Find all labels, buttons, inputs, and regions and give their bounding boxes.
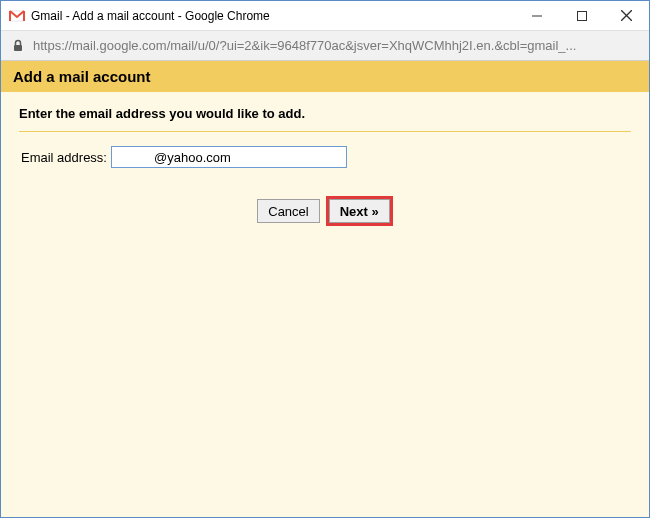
lock-icon [11,39,25,53]
window-controls [514,1,649,30]
url-text[interactable]: https://mail.google.com/mail/u/0/?ui=2&i… [33,38,576,53]
form-area: Enter the email address you would like t… [1,92,649,240]
page-content: Add a mail account Enter the email addre… [1,61,649,517]
divider [19,131,631,132]
gmail-icon [9,8,25,24]
email-input[interactable] [111,146,347,168]
next-button[interactable]: Next » [329,199,390,223]
window-title: Gmail - Add a mail account - Google Chro… [31,9,514,23]
svg-rect-5 [14,45,22,51]
page-header: Add a mail account [1,61,649,92]
minimize-button[interactable] [514,1,559,30]
svg-rect-2 [577,11,586,20]
address-bar: https://mail.google.com/mail/u/0/?ui=2&i… [1,31,649,61]
cancel-button[interactable]: Cancel [257,199,319,223]
close-button[interactable] [604,1,649,30]
browser-window: Gmail - Add a mail account - Google Chro… [0,0,650,518]
next-highlight: Next » [326,196,393,226]
maximize-button[interactable] [559,1,604,30]
button-row: Cancel Next » [19,196,631,226]
email-field-row: Email address: [19,146,631,168]
window-titlebar: Gmail - Add a mail account - Google Chro… [1,1,649,31]
email-label: Email address: [21,150,107,165]
instruction-text: Enter the email address you would like t… [19,106,631,121]
